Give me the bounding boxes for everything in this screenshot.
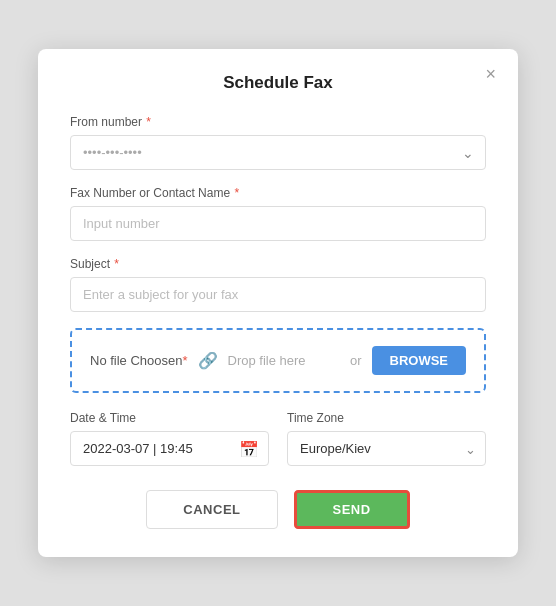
timezone-select-wrapper: Europe/Kiev UTC America/New_York America…	[287, 431, 486, 466]
from-number-group: From number * ••••-•••-•••• ⌄	[70, 115, 486, 170]
from-number-select-wrapper: ••••-•••-•••• ⌄	[70, 135, 486, 170]
modal-title: Schedule Fax	[70, 73, 486, 93]
fax-number-group: Fax Number or Contact Name *	[70, 186, 486, 241]
or-text: or	[350, 353, 362, 368]
timezone-column: Time Zone Europe/Kiev UTC America/New_Yo…	[287, 411, 486, 466]
file-drop-zone[interactable]: No file Choosen* 🔗 Drop file here or BRO…	[70, 328, 486, 393]
timezone-select[interactable]: Europe/Kiev UTC America/New_York America…	[287, 431, 486, 466]
datetime-input-wrapper: 📅	[70, 431, 269, 466]
datetime-column: Date & Time 📅	[70, 411, 269, 466]
schedule-fax-modal: × Schedule Fax From number * ••••-•••-••…	[38, 49, 518, 557]
datetime-label: Date & Time	[70, 411, 269, 425]
from-number-select[interactable]: ••••-•••-••••	[70, 135, 486, 170]
link-icon: 🔗	[198, 351, 218, 370]
cancel-button[interactable]: CANCEL	[146, 490, 277, 529]
datetime-timezone-row: Date & Time 📅 Time Zone Europe/Kiev UTC …	[70, 411, 486, 466]
button-row: CANCEL SEND	[70, 490, 486, 529]
modal-backdrop: × Schedule Fax From number * ••••-•••-••…	[0, 0, 556, 606]
send-button[interactable]: SEND	[294, 490, 410, 529]
drop-text: Drop file here	[228, 353, 340, 368]
subject-label: Subject *	[70, 257, 486, 271]
from-number-label: From number *	[70, 115, 486, 129]
subject-input[interactable]	[70, 277, 486, 312]
timezone-label: Time Zone	[287, 411, 486, 425]
fax-number-label: Fax Number or Contact Name *	[70, 186, 486, 200]
close-button[interactable]: ×	[479, 63, 502, 85]
subject-group: Subject *	[70, 257, 486, 312]
calendar-icon[interactable]: 📅	[239, 439, 259, 458]
browse-button[interactable]: BROWSE	[372, 346, 467, 375]
file-chosen-label: No file Choosen*	[90, 353, 188, 368]
fax-number-input[interactable]	[70, 206, 486, 241]
